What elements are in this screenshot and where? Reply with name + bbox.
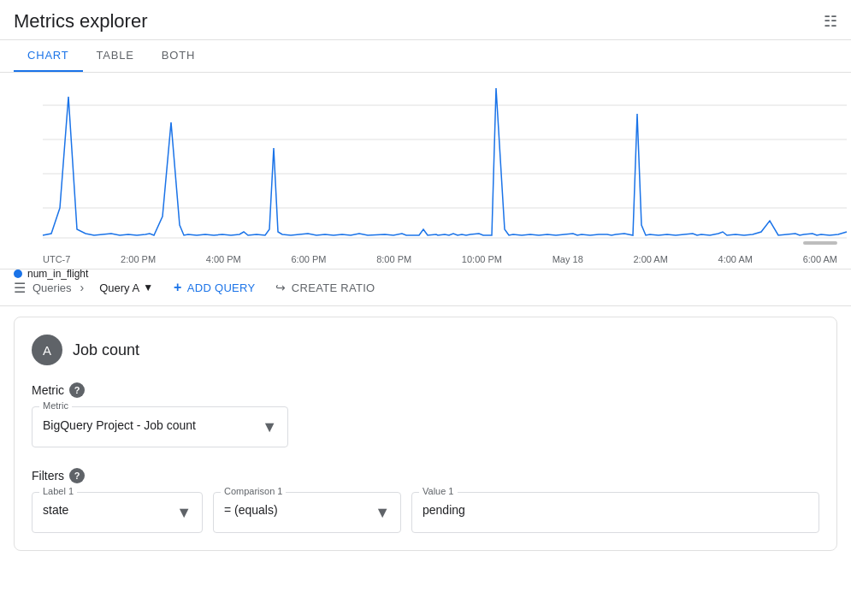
metric-value: BigQuery Project - Job count xyxy=(43,418,196,432)
query-avatar: A xyxy=(32,335,62,365)
query-job-name: Job count xyxy=(73,341,139,359)
comparison1-field[interactable]: Comparison 1 = (equals) ▼ xyxy=(213,492,401,533)
x-label-8pm: 8:00 PM xyxy=(376,254,411,264)
metric-help-icon[interactable]: ? xyxy=(69,382,85,398)
filters-section: Filters ? Label 1 state ▼ Comparison 1 =… xyxy=(32,468,819,533)
tab-chart[interactable]: CHART xyxy=(14,40,83,72)
x-label-may18: May 18 xyxy=(553,254,583,264)
chart-area: UTC-7 2:00 PM 4:00 PM 6:00 PM 8:00 PM 10… xyxy=(0,73,851,270)
filters-label-text: Filters xyxy=(32,469,64,483)
avatar-letter: A xyxy=(43,343,51,358)
comparison1-value: = (equals) xyxy=(224,503,278,517)
filters-section-label: Filters ? xyxy=(32,468,819,483)
chart-x-labels: UTC-7 2:00 PM 4:00 PM 6:00 PM 8:00 PM 10… xyxy=(0,251,851,264)
metric-section: Metric ? Metric BigQuery Project - Job c… xyxy=(32,382,819,447)
query-header: A Job count xyxy=(32,335,819,365)
metric-field-label: Metric xyxy=(39,400,72,411)
x-label-4pm: 4:00 PM xyxy=(206,254,241,264)
x-label-4am: 4:00 AM xyxy=(718,254,753,264)
metric-select[interactable]: Metric BigQuery Project - Job count ▼ xyxy=(32,406,288,447)
tab-table[interactable]: TABLE xyxy=(83,40,148,72)
page-header: Metrics explorer ☷ xyxy=(0,0,851,40)
chart-svg xyxy=(0,80,851,251)
label1-field[interactable]: Label 1 state ▼ xyxy=(32,492,203,533)
label1-dropdown-icon: ▼ xyxy=(176,504,192,522)
filters-row: Label 1 state ▼ Comparison 1 = (equals) … xyxy=(32,492,819,533)
x-label-2am: 2:00 AM xyxy=(633,254,667,264)
value1-field-label: Value 1 xyxy=(419,486,458,496)
value1-value: pending xyxy=(423,503,465,517)
info-icon[interactable]: ☷ xyxy=(824,12,837,31)
query-panel: A Job count Metric ? Metric BigQuery Pro… xyxy=(14,317,837,551)
tab-both[interactable]: BOTH xyxy=(148,40,209,72)
x-label-2pm: 2:00 PM xyxy=(121,254,156,264)
filters-help-icon[interactable]: ? xyxy=(69,468,85,483)
scrollbar[interactable] xyxy=(803,241,837,245)
value1-field[interactable]: Value 1 pending xyxy=(411,492,819,533)
label1-value: state xyxy=(43,503,68,517)
x-label-10pm: 10:00 PM xyxy=(462,254,502,264)
comparison1-field-label: Comparison 1 xyxy=(221,486,286,496)
x-label-6pm: 6:00 PM xyxy=(291,254,326,264)
label1-field-label: Label 1 xyxy=(39,486,77,496)
comparison1-dropdown-icon: ▼ xyxy=(375,504,390,522)
page-title: Metrics explorer xyxy=(14,10,147,33)
legend-dot xyxy=(14,270,22,278)
metric-section-label: Metric ? xyxy=(32,382,819,398)
x-label-6am: 6:00 AM xyxy=(803,254,837,264)
tab-bar: CHART TABLE BOTH xyxy=(0,40,851,73)
metric-label-text: Metric xyxy=(32,383,64,397)
legend-label: num_in_flight xyxy=(27,268,88,280)
x-label-utc7: UTC-7 xyxy=(43,254,70,264)
chart-legend: num_in_flight xyxy=(0,264,851,287)
metric-dropdown-icon: ▼ xyxy=(262,418,277,436)
